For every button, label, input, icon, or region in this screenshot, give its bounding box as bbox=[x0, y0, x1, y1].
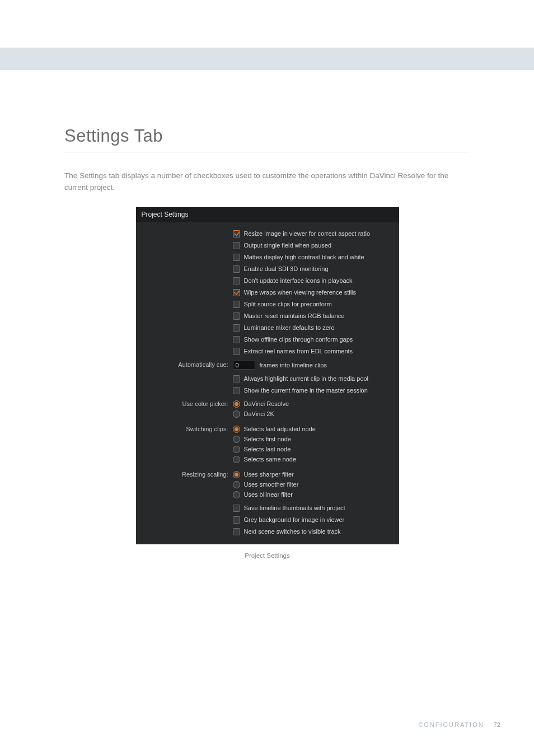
project-settings-panel: Project Settings Resize image in viewer … bbox=[136, 207, 399, 544]
setting-row: Master reset maintains RGB balance bbox=[136, 310, 391, 322]
radio-label: Selects last node bbox=[244, 445, 291, 454]
radio[interactable] bbox=[233, 491, 240, 498]
checkbox[interactable] bbox=[233, 528, 240, 535]
figure-wrap: Project Settings Resize image in viewer … bbox=[64, 207, 470, 544]
header-band bbox=[0, 48, 534, 70]
setting-row: Wipe wraps when viewing reference stills bbox=[136, 287, 391, 298]
checkbox[interactable] bbox=[233, 265, 240, 273]
radio-label: Uses smoother filter bbox=[244, 480, 299, 489]
radio[interactable] bbox=[233, 436, 240, 443]
resizing-scaling-row: Resizing scaling: Uses sharper filterUse… bbox=[136, 467, 391, 502]
radio-label: Uses sharper filter bbox=[244, 470, 294, 479]
checkbox[interactable] bbox=[233, 312, 240, 320]
checkbox-label: Mattes display high contrast black and w… bbox=[244, 253, 364, 262]
checkbox-label: Split source clips for preconform bbox=[244, 300, 332, 309]
setting-row: Always highlight current clip in the med… bbox=[136, 373, 391, 385]
setting-label-empty bbox=[136, 277, 233, 277]
setting-row: Show the current frame in the master ses… bbox=[136, 385, 391, 396]
setting-row: Output single field when paused bbox=[136, 240, 391, 251]
setting-row: Mattes display high contrast black and w… bbox=[136, 251, 391, 263]
auto-cue-suffix: frames into timeline clips bbox=[260, 362, 327, 368]
setting-label-empty bbox=[136, 386, 233, 387]
setting-row: Split source clips for preconform bbox=[136, 298, 391, 310]
switching-clips-row: Switching clips: Selects last adjusted n… bbox=[136, 422, 391, 467]
checkbox[interactable] bbox=[233, 387, 240, 394]
color-picker-label: Use color picker: bbox=[136, 400, 233, 407]
radio[interactable] bbox=[233, 456, 240, 463]
page-title: Settings Tab bbox=[64, 126, 470, 146]
checkbox-label: Save timeline thumbnails with project bbox=[244, 504, 345, 512]
checkbox[interactable] bbox=[233, 324, 240, 332]
radio-label: Selects same node bbox=[244, 455, 297, 464]
figure-caption: Project Settings bbox=[64, 552, 470, 559]
setting-row: Grey background for image in viewer bbox=[136, 514, 391, 526]
checkbox-label: Grey background for image in viewer bbox=[244, 516, 345, 524]
checkbox-label: Resize image in viewer for correct aspec… bbox=[244, 230, 371, 238]
radio-label: Selects last adjusted node bbox=[244, 425, 316, 433]
page-content: Settings Tab The Settings tab displays a… bbox=[64, 126, 470, 559]
checkbox[interactable] bbox=[233, 289, 240, 296]
setting-row: Don't update interface icons in playback bbox=[136, 275, 391, 287]
setting-row: Enable dual SDI 3D monitoring bbox=[136, 263, 391, 275]
intro-text: The Settings tab displays a number of ch… bbox=[64, 170, 470, 194]
radio-label: DaVinci Resolve bbox=[244, 400, 289, 408]
setting-label-empty bbox=[136, 288, 233, 289]
checkbox[interactable] bbox=[233, 375, 240, 382]
setting-label-empty bbox=[136, 528, 233, 528]
checkbox-label: Master reset maintains RGB balance bbox=[244, 312, 345, 320]
checkbox-label: Extract reel names from EDL comments bbox=[244, 347, 353, 356]
setting-label-empty bbox=[136, 230, 233, 230]
checkbox[interactable] bbox=[233, 230, 240, 237]
checkbox-label: Enable dual SDI 3D monitoring bbox=[244, 265, 329, 273]
panel-body: Resize image in viewer for correct aspec… bbox=[136, 222, 399, 539]
radio[interactable] bbox=[233, 446, 240, 453]
checkbox[interactable] bbox=[233, 254, 240, 261]
checkbox-label: Wipe wraps when viewing reference stills bbox=[244, 288, 357, 297]
checkbox[interactable] bbox=[233, 277, 240, 284]
checkbox[interactable] bbox=[233, 301, 240, 308]
checkbox-label: Show the current frame in the master ses… bbox=[244, 386, 368, 395]
radio[interactable] bbox=[233, 481, 240, 488]
radio-label: Uses bilinear filter bbox=[244, 491, 293, 499]
setting-row: Extract reel names from EDL comments bbox=[136, 346, 391, 357]
radio[interactable] bbox=[233, 426, 240, 433]
setting-label-empty bbox=[136, 241, 233, 242]
title-rule bbox=[64, 152, 470, 152]
checkbox-label: Next scene switches to visible track bbox=[244, 528, 341, 536]
setting-row: Luminance mixer defaults to zero bbox=[136, 322, 391, 334]
panel-title: Project Settings bbox=[136, 207, 399, 222]
auto-cue-row: Automatically cue: frames into timeline … bbox=[136, 357, 391, 373]
checkbox-label: Don't update interface icons in playback bbox=[244, 277, 353, 285]
radio[interactable] bbox=[233, 471, 240, 478]
checkbox-label: Luminance mixer defaults to zero bbox=[244, 324, 335, 332]
checkbox-label: Show offline clips through conform gaps bbox=[244, 335, 353, 344]
page-footer: CONFIGURATION 72 bbox=[418, 721, 500, 728]
switching-clips-label: Switching clips: bbox=[136, 425, 233, 432]
checkbox-label: Always highlight current clip in the med… bbox=[244, 375, 369, 383]
auto-cue-input[interactable] bbox=[233, 361, 255, 370]
checkbox[interactable] bbox=[233, 336, 240, 343]
setting-row: Next scene switches to visible track bbox=[136, 526, 391, 538]
radio[interactable] bbox=[233, 400, 240, 408]
setting-label-empty bbox=[136, 300, 233, 301]
checkbox[interactable] bbox=[233, 505, 240, 512]
setting-row: Save timeline thumbnails with project bbox=[136, 502, 391, 514]
color-picker-row: Use color picker: DaVinci ResolveDaVinci… bbox=[136, 396, 391, 422]
checkbox[interactable] bbox=[233, 348, 240, 355]
setting-label-empty bbox=[136, 324, 233, 324]
checkbox-label: Output single field when paused bbox=[244, 241, 332, 250]
radio-label: DaVinci 2K bbox=[244, 410, 274, 418]
setting-label-empty bbox=[136, 265, 233, 265]
checkbox[interactable] bbox=[233, 516, 240, 524]
footer-page-number: 72 bbox=[494, 721, 500, 728]
setting-label-empty bbox=[136, 375, 233, 375]
setting-label-empty bbox=[136, 312, 233, 312]
setting-label-empty bbox=[136, 504, 233, 505]
radio-label: Selects first node bbox=[244, 435, 291, 444]
radio[interactable] bbox=[233, 410, 240, 418]
footer-section: CONFIGURATION bbox=[418, 721, 484, 728]
setting-label-empty bbox=[136, 516, 233, 516]
checkbox[interactable] bbox=[233, 242, 240, 249]
setting-label-empty bbox=[136, 335, 233, 336]
auto-cue-label: Automatically cue: bbox=[136, 361, 233, 368]
